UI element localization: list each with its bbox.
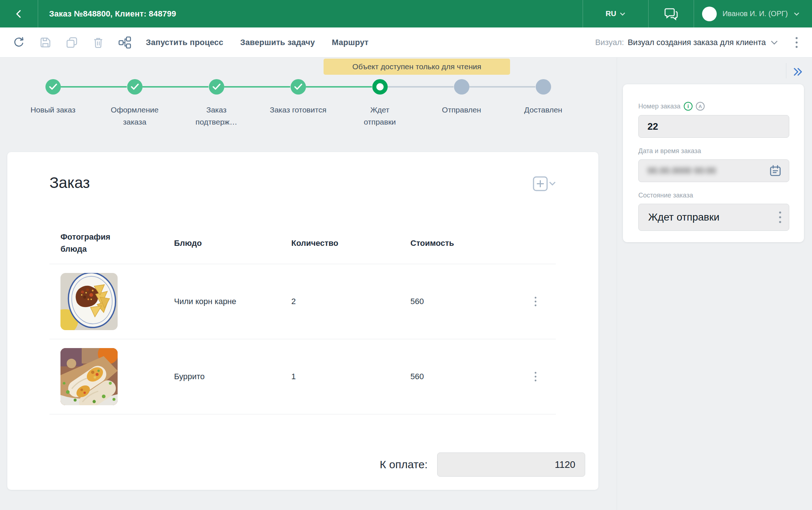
- trash-icon: [92, 36, 104, 49]
- order-state-value: Ждет отправки: [648, 211, 719, 223]
- step-done-icon: [209, 79, 224, 95]
- cost-cell: 560: [410, 297, 515, 306]
- user-menu[interactable]: Иванов И. И. (ОРГ): [694, 0, 812, 27]
- order-state-label: Состояние заказа: [638, 192, 693, 199]
- chevron-down-icon: [794, 12, 800, 16]
- language-label: RU: [606, 10, 616, 18]
- dish-photo-chili-con-carne[interactable]: [60, 273, 118, 330]
- copy-button[interactable]: [64, 34, 80, 51]
- column-header-dish: Блюдо: [174, 237, 291, 249]
- step-label: Ждет отправки: [359, 104, 401, 128]
- order-datetime-field: 00.00.0000 00:00: [638, 159, 789, 182]
- order-number-field: 22: [638, 115, 789, 138]
- order-number-label: Номер заказа: [638, 103, 680, 110]
- calendar-button[interactable]: [769, 165, 782, 177]
- status-stepper: Новый заказ Оформление заказа Заказ подт…: [12, 79, 584, 128]
- run-process-button[interactable]: Запустить процесс: [146, 38, 223, 47]
- order-card-header: Заказ: [49, 174, 585, 193]
- avatar: [702, 7, 717, 21]
- step-done-icon: [127, 79, 143, 95]
- order-properties-panel: Номер заказа i A 22 Дата и время заказа …: [623, 84, 804, 242]
- masked-datetime-value: 00.00.0000 00:00: [647, 166, 716, 176]
- back-button[interactable]: [0, 0, 38, 27]
- kebab-icon: [795, 37, 798, 48]
- row-menu-button[interactable]: [532, 294, 539, 309]
- chat-icon: [663, 6, 679, 22]
- double-chevron-right-icon: [793, 67, 803, 77]
- row-actions-cell: [515, 294, 556, 309]
- step-done-icon: [291, 79, 306, 95]
- save-button[interactable]: [37, 34, 53, 51]
- cost-cell: 560: [410, 372, 515, 381]
- step-todo-icon: [454, 79, 469, 95]
- column-header-cost: Стоимость: [410, 237, 515, 249]
- visual-value: Визуал создания заказа для клиента: [628, 38, 766, 47]
- route-button[interactable]: Маршрут: [332, 38, 368, 47]
- step-label: Заказ готовится: [270, 104, 326, 116]
- dish-name-cell: Буррито: [174, 372, 291, 381]
- header-right: RU Иванов И. И. (ОРГ): [583, 0, 812, 27]
- dish-photo-burrito[interactable]: [60, 348, 118, 405]
- visual-label: Визуал:: [595, 38, 624, 47]
- step-label: Оформление заказа: [106, 104, 164, 128]
- row-actions-cell: [515, 369, 556, 384]
- step-done-icon: [45, 79, 61, 95]
- table-header: Фотография блюда Блюдо Количество Стоимо…: [49, 231, 556, 264]
- order-datetime-label-row: Дата и время заказа: [638, 147, 789, 155]
- step-current-icon: [372, 79, 388, 95]
- back-icon: [14, 9, 24, 19]
- user-name: Иванов И. И. (ОРГ): [723, 10, 788, 18]
- step-todo-icon: [536, 79, 551, 95]
- row-menu-button[interactable]: [532, 369, 539, 384]
- save-icon: [39, 36, 52, 49]
- visual-selector[interactable]: Визуал: Визуал создания заказа для клиен…: [595, 35, 804, 50]
- total-row: К оплате: 1120: [49, 452, 585, 477]
- add-row-button[interactable]: [532, 176, 556, 193]
- column-header-qty: Количество: [291, 237, 410, 249]
- step-label: Новый заказ: [30, 104, 75, 116]
- process-map-icon: [118, 36, 131, 49]
- step-delivered[interactable]: Доставлен: [502, 79, 584, 128]
- app-window: Заказ №848800, Клиент: 848799 RU Иванов …: [0, 0, 812, 510]
- kebab-icon: [779, 211, 782, 223]
- kebab-icon: [534, 372, 537, 382]
- top-header: Заказ №848800, Клиент: 848799 RU Иванов …: [0, 0, 812, 27]
- refresh-button[interactable]: [11, 34, 27, 51]
- calendar-icon: [769, 165, 782, 177]
- chevron-down-icon: [620, 12, 625, 16]
- more-actions-button[interactable]: [789, 35, 804, 50]
- column-header-photo: Фотография блюда: [49, 231, 174, 255]
- dish-photo-cell: [49, 273, 174, 330]
- table-row: Чили корн карне 2 560: [49, 264, 556, 339]
- readonly-banner: Объект доступен только для чтения: [324, 59, 510, 75]
- order-datetime-label: Дата и время заказа: [638, 147, 701, 155]
- kebab-icon: [534, 296, 537, 307]
- dish-name-cell: Чили корн карне: [174, 297, 291, 306]
- copy-icon: [66, 36, 78, 49]
- order-number-label-row: Номер заказа i A: [638, 102, 789, 111]
- qty-cell: 1: [291, 372, 410, 381]
- panel-divider: [617, 58, 617, 510]
- step-label: Доставлен: [524, 104, 562, 116]
- process-map-button[interactable]: [117, 34, 133, 51]
- total-label: К оплате:: [380, 458, 428, 471]
- step-label: Отправлен: [442, 104, 481, 116]
- info-icon[interactable]: i: [684, 102, 693, 111]
- order-state-label-row: Состояние заказа: [638, 192, 789, 199]
- auto-number-icon[interactable]: A: [696, 102, 705, 111]
- order-card-title: Заказ: [49, 174, 90, 192]
- add-row-icon: [532, 176, 556, 192]
- page-title: Заказ №848800, Клиент: 848799: [49, 0, 176, 27]
- state-menu-button[interactable]: [776, 209, 784, 226]
- chat-button[interactable]: [649, 0, 694, 27]
- delete-button[interactable]: [90, 34, 106, 51]
- collapse-panel-button[interactable]: [790, 66, 805, 78]
- complete-task-button[interactable]: Завершить задачу: [240, 38, 315, 47]
- total-amount-field: 1120: [437, 452, 585, 477]
- language-selector[interactable]: RU: [583, 0, 649, 27]
- step-label: Заказ подтверж…: [187, 104, 246, 128]
- order-state-field: Ждет отправки: [638, 204, 789, 231]
- refresh-icon: [13, 36, 25, 49]
- order-card: Заказ Фотография блюда Блюдо Количество …: [7, 152, 598, 490]
- qty-cell: 2: [291, 297, 410, 306]
